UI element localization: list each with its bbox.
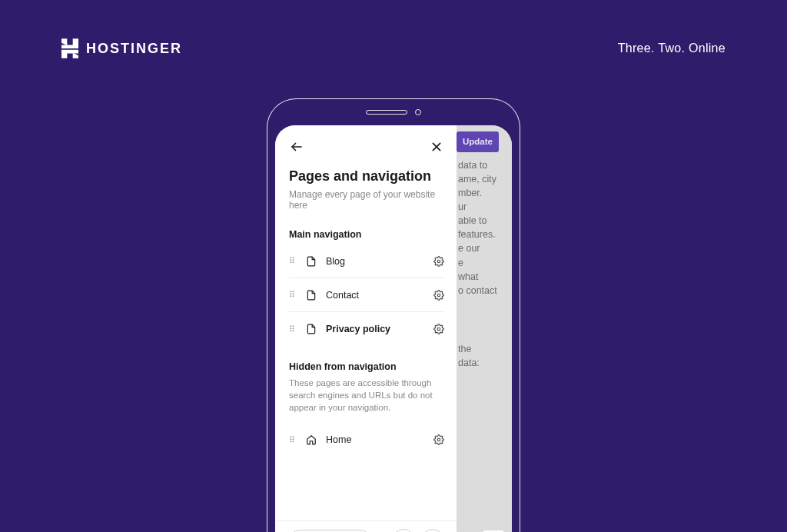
- back-button[interactable]: [289, 139, 304, 155]
- gear-icon[interactable]: [433, 290, 444, 301]
- link-button[interactable]: [421, 529, 444, 532]
- nav-item-label: Contact: [326, 290, 424, 301]
- svg-point-8: [437, 294, 440, 297]
- background-text: the data:: [458, 342, 507, 370]
- drag-handle-icon[interactable]: ⠿: [289, 256, 297, 266]
- main-nav-heading: Main navigation: [289, 229, 444, 240]
- svg-marker-0: [61, 38, 67, 45]
- hidden-list: ⠿ Home: [289, 423, 444, 457]
- brand-logo: HOSTINGER: [61, 38, 182, 58]
- svg-point-7: [437, 260, 440, 263]
- drag-handle-icon[interactable]: ⠿: [289, 435, 297, 445]
- background-page-content: Update data to ame, city mber. ur able t…: [457, 125, 512, 532]
- svg-point-9: [437, 328, 440, 331]
- nav-item[interactable]: ⠿ Contact: [289, 278, 444, 312]
- brand-name: HOSTINGER: [86, 41, 182, 57]
- drag-handle-icon[interactable]: ⠿: [289, 324, 297, 334]
- page-icon: [306, 256, 317, 267]
- hidden-heading: Hidden from navigation: [289, 361, 444, 372]
- nav-item-label: Home: [326, 434, 424, 445]
- gear-icon[interactable]: [433, 324, 444, 334]
- phone-screen: Pages and navigation Manage every page o…: [275, 125, 512, 532]
- pages-nav-panel: Pages and navigation Manage every page o…: [275, 125, 458, 532]
- svg-marker-3: [73, 53, 78, 58]
- page-icon: [306, 290, 317, 301]
- main-nav-list: ⠿ Blog ⠿ Contact: [289, 244, 444, 346]
- phone-camera: [415, 109, 421, 115]
- panel-subtitle: Manage every page of your website here: [289, 189, 444, 211]
- nav-item-label: Blog: [326, 256, 424, 267]
- home-icon: [306, 434, 317, 445]
- update-button[interactable]: Update: [457, 131, 499, 152]
- drag-handle-icon[interactable]: ⠿: [289, 290, 297, 300]
- gear-icon[interactable]: [433, 434, 444, 445]
- background-text: data to ame, city mber. ur able to featu…: [458, 158, 507, 298]
- reorder-button[interactable]: [392, 529, 415, 532]
- hidden-description: These pages are accessible through searc…: [289, 377, 444, 414]
- nav-item[interactable]: ⠿ Blog: [289, 244, 444, 278]
- gear-icon[interactable]: [433, 256, 444, 267]
- nav-item[interactable]: ⠿ Privacy policy: [289, 312, 444, 346]
- nav-item[interactable]: ⠿ Home: [289, 423, 444, 457]
- phone-speaker: [366, 110, 407, 115]
- page-icon: [306, 324, 317, 334]
- hostinger-logo-icon: [61, 38, 78, 58]
- nav-item-label: Privacy policy: [326, 324, 424, 334]
- tagline: Three. Two. Online: [618, 42, 726, 55]
- close-button[interactable]: [429, 139, 444, 155]
- phone-frame: Pages and navigation Manage every page o…: [267, 98, 520, 532]
- panel-title: Pages and navigation: [289, 168, 444, 185]
- svg-point-10: [437, 439, 440, 442]
